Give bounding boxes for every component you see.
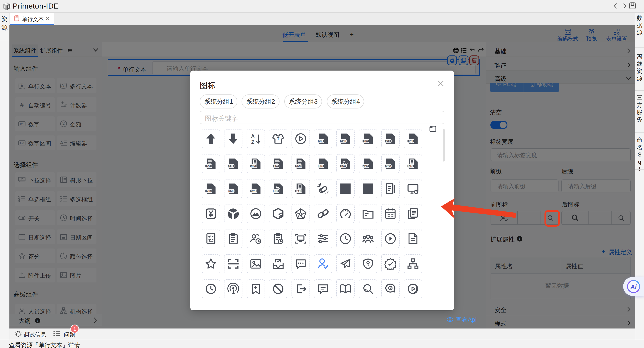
svg-text:psd: psd xyxy=(340,140,346,143)
svg-text:exe: exe xyxy=(363,164,368,168)
svg-text:swf: swf xyxy=(251,189,256,193)
svg-text:引文: 引文 xyxy=(273,165,278,168)
svg-text:gif: gif xyxy=(364,140,368,143)
svg-text:xls: xls xyxy=(386,140,390,143)
svg-text:外链: 外链 xyxy=(228,165,234,168)
svg-text:实训: 实训 xyxy=(296,190,301,192)
svg-text:ppt: ppt xyxy=(318,140,323,143)
svg-text:pdf: pdf xyxy=(341,164,346,168)
svg-text:avi: avi xyxy=(252,164,256,168)
svg-text:zip: zip xyxy=(206,189,211,193)
svg-text:sql: sql xyxy=(408,140,413,143)
svg-text:Ai: Ai xyxy=(630,283,637,290)
svg-text:txt: txt xyxy=(207,164,210,168)
svg-text:doc: doc xyxy=(296,164,301,168)
svg-text:问题: 问题 xyxy=(408,165,413,168)
svg-text:eps: eps xyxy=(386,164,390,168)
svg-text:图片: 图片 xyxy=(273,190,278,192)
svg-text:附件: 附件 xyxy=(318,165,323,168)
svg-text:mp3: mp3 xyxy=(228,189,234,193)
